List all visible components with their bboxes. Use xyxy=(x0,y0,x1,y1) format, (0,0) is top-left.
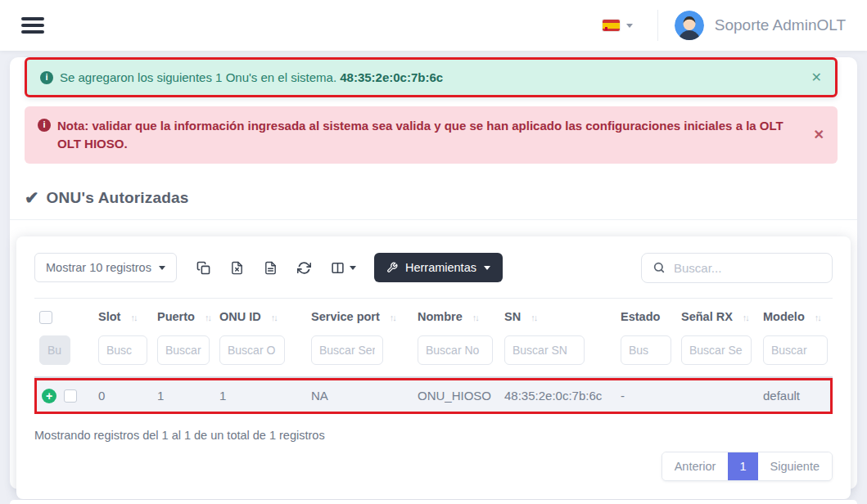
search-input[interactable] xyxy=(674,261,821,275)
tools-label: Herramientas xyxy=(405,261,476,274)
column-header-sn[interactable]: SN↑↓ xyxy=(499,299,616,334)
show-entries-dropdown[interactable]: Mostrar 10 registros xyxy=(34,253,177,282)
spain-flag-icon xyxy=(603,20,620,31)
table-columns-icon xyxy=(331,261,345,275)
onus-table-card: Mostrar 10 registros Herramientas xyxy=(16,236,851,499)
table-toolbar: Mostrar 10 registros Herramientas xyxy=(34,253,833,283)
section-header: ✔ ONU's Autorizadas xyxy=(25,188,842,208)
tools-dropdown-button[interactable]: Herramientas xyxy=(374,253,503,282)
sort-icon: ↑↓ xyxy=(815,313,820,322)
top-navbar: Soporte AdminOLT xyxy=(0,0,867,51)
wrench-icon xyxy=(386,262,398,273)
navbar-divider xyxy=(657,10,658,41)
checkmark-icon: ✔ xyxy=(25,188,39,208)
copy-icon xyxy=(196,261,210,275)
expand-row-icon[interactable]: + xyxy=(42,389,56,403)
cell-modelo: default xyxy=(758,378,833,414)
column-header-slot[interactable]: Slot↑↓ xyxy=(93,299,152,334)
close-icon[interactable]: ✕ xyxy=(811,68,822,87)
table-row: + 0 1 1 NA ONU_HIOSO 48:35:2e:0c:7b:6c -… xyxy=(34,378,833,414)
filter-slot-input[interactable] xyxy=(98,335,147,365)
menu-hamburger-icon[interactable] xyxy=(21,14,44,37)
previous-page-button[interactable]: Anterior xyxy=(662,452,729,480)
filter-service-port-input[interactable] xyxy=(311,335,383,365)
filter-modelo-input[interactable] xyxy=(763,335,828,365)
cell-onu-id: 1 xyxy=(214,378,306,414)
export-excel-button[interactable] xyxy=(230,261,244,275)
column-header-service-port[interactable]: Service port↑↓ xyxy=(306,299,413,334)
filter-nombre-input[interactable] xyxy=(418,335,493,365)
file-excel-icon xyxy=(230,261,244,275)
table-header-row: Slot↑↓ Puerto↑↓ ONU ID↑↓ Service port↑↓ … xyxy=(34,299,833,334)
select-all-checkbox[interactable] xyxy=(39,311,52,324)
sort-icon: ↑↓ xyxy=(205,313,210,322)
user-avatar[interactable] xyxy=(675,11,704,40)
sort-icon: ↑↓ xyxy=(472,313,478,322)
filter-senal-rx-input[interactable] xyxy=(681,335,752,365)
cell-service-port: NA xyxy=(306,378,413,414)
onus-table: Slot↑↓ Puerto↑↓ ONU ID↑↓ Service port↑↓ … xyxy=(34,298,833,414)
cell-nombre: ONU_HIOSO xyxy=(413,378,499,414)
row-checkbox[interactable] xyxy=(64,389,77,403)
page-title: ONU's Autorizadas xyxy=(47,189,189,207)
filter-puerto-input[interactable] xyxy=(157,335,210,365)
table-search xyxy=(641,253,833,283)
main-content-panel: i Se agregaron los siguientes 1 Onu's en… xyxy=(10,57,857,489)
bottom-panel-edge xyxy=(10,500,857,504)
close-icon[interactable]: ✕ xyxy=(814,125,824,144)
records-info: Mostrando registros del 1 al 1 de un tot… xyxy=(34,429,833,442)
copy-button[interactable] xyxy=(196,261,210,275)
sort-icon: ↑↓ xyxy=(743,313,748,322)
column-header-modelo[interactable]: Modelo↑↓ xyxy=(758,299,833,334)
column-header-estado[interactable]: Estado xyxy=(616,299,676,334)
cell-senal-rx xyxy=(676,378,758,414)
section-divider xyxy=(10,219,857,220)
page-number-button[interactable]: 1 xyxy=(728,452,757,480)
info-icon: i xyxy=(38,119,51,132)
column-header-puerto[interactable]: Puerto↑↓ xyxy=(152,299,214,334)
sort-icon: ↑↓ xyxy=(130,313,136,322)
search-icon xyxy=(653,261,666,274)
refresh-icon xyxy=(297,261,311,275)
column-visibility-button[interactable] xyxy=(331,261,356,275)
refresh-button[interactable] xyxy=(297,261,311,275)
column-header-nombre[interactable]: Nombre↑↓ xyxy=(413,299,499,334)
caret-down-icon xyxy=(626,24,633,28)
table-filter-row xyxy=(34,334,833,378)
export-file-button[interactable] xyxy=(264,261,278,275)
success-alert-mac: 48:35:2e:0c:7b:6c xyxy=(340,70,443,84)
pagination: Anterior 1 Siguiente xyxy=(34,452,833,481)
success-alert: i Se agregaron los siguientes 1 Onu's en… xyxy=(25,57,838,97)
filter-estado-input[interactable] xyxy=(621,335,671,365)
sort-icon: ↑↓ xyxy=(271,313,277,322)
show-entries-label: Mostrar 10 registros xyxy=(46,261,151,274)
sort-icon: ↑↓ xyxy=(531,313,536,322)
filter-onu-id-input[interactable] xyxy=(219,335,285,365)
info-icon: i xyxy=(40,71,53,84)
caret-down-icon xyxy=(350,266,356,270)
cell-sn: 48:35:2e:0c:7b:6c xyxy=(499,378,616,414)
file-text-icon xyxy=(264,261,278,275)
success-alert-message: Se agregaron los siguientes 1 Onu's en e… xyxy=(60,70,336,84)
language-selector[interactable] xyxy=(599,15,636,36)
cell-puerto: 1 xyxy=(152,378,214,414)
user-name[interactable]: Soporte AdminOLT xyxy=(715,16,846,34)
sort-icon: ↑↓ xyxy=(390,313,395,322)
column-header-senal-rx[interactable]: Señal RX↑↓ xyxy=(676,299,758,334)
filter-sn-input[interactable] xyxy=(504,335,585,365)
caret-down-icon xyxy=(484,266,490,270)
cell-estado: - xyxy=(616,378,676,414)
caret-down-icon xyxy=(159,266,165,270)
next-page-button[interactable]: Siguiente xyxy=(758,452,832,480)
filter-select-input xyxy=(39,335,70,365)
warning-alert: i Nota: validar que la información ingre… xyxy=(25,106,838,164)
cell-slot: 0 xyxy=(93,378,152,414)
column-header-onu-id[interactable]: ONU ID↑↓ xyxy=(214,299,306,334)
warning-alert-message: Nota: validar que la información ingresa… xyxy=(57,117,799,153)
